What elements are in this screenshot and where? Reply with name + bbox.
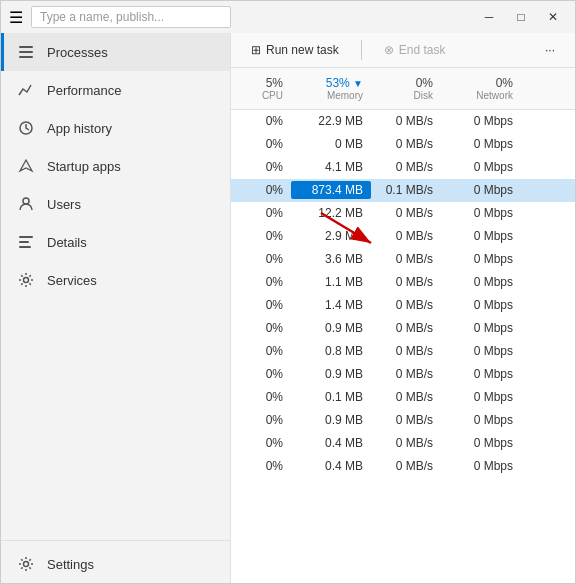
cell-network-2: 0 Mbps [441,158,521,176]
sidebar-label-details: Details [47,235,87,250]
cell-disk-10: 0 MB/s [371,342,441,360]
app-history-icon [17,119,35,137]
sidebar-label-startup-apps: Startup apps [47,159,121,174]
table-row[interactable]: 0% 873.4 MB 0.1 MB/s 0 Mbps [231,179,575,202]
cell-network-3: 0 Mbps [441,181,521,199]
col-header-memory[interactable]: 53% ▼ Memory [291,72,371,105]
table-row[interactable]: 0% 0.9 MB 0 MB/s 0 Mbps [231,363,575,386]
cell-cpu-7: 0% [231,273,291,291]
content-area: ⊞ Run new task ⊗ End task ··· 5% CPU 53%… [231,33,575,583]
table-row[interactable]: 0% 0 MB 0 MB/s 0 Mbps [231,133,575,156]
svg-rect-7 [19,246,31,248]
table-row[interactable]: 0% 1.1 MB 0 MB/s 0 Mbps [231,271,575,294]
cell-cpu-6: 0% [231,250,291,268]
col-header-disk[interactable]: 0% Disk [371,72,441,105]
close-button[interactable]: ✕ [539,7,567,27]
cell-cpu-10: 0% [231,342,291,360]
end-task-label: End task [399,43,446,57]
col-sub-memory: Memory [299,90,363,101]
cell-memory-11: 0.9 MB [291,365,371,383]
svg-rect-2 [19,56,33,58]
table-row[interactable]: 0% 12.2 MB 0 MB/s 0 Mbps [231,202,575,225]
run-task-icon: ⊞ [251,43,261,57]
cell-cpu-12: 0% [231,388,291,406]
users-icon [17,195,35,213]
cell-network-7: 0 Mbps [441,273,521,291]
cell-network-5: 0 Mbps [441,227,521,245]
cell-disk-4: 0 MB/s [371,204,441,222]
cell-disk-7: 0 MB/s [371,273,441,291]
cell-network-9: 0 Mbps [441,319,521,337]
cell-cpu-0: 0% [231,112,291,130]
sidebar-label-users: Users [47,197,81,212]
cell-cpu-15: 0% [231,457,291,475]
cell-disk-9: 0 MB/s [371,319,441,337]
cell-cpu-13: 0% [231,411,291,429]
run-task-label: Run new task [266,43,339,57]
end-task-icon: ⊗ [384,43,394,57]
table-row[interactable]: 0% 0.8 MB 0 MB/s 0 Mbps [231,340,575,363]
cell-disk-14: 0 MB/s [371,434,441,452]
title-bar: ☰ Type a name, publish... ─ □ ✕ [1,1,575,33]
toolbar-separator [361,40,362,60]
sidebar-item-settings[interactable]: Settings [1,545,230,583]
cell-disk-5: 0 MB/s [371,227,441,245]
cell-network-0: 0 Mbps [441,112,521,130]
table-row[interactable]: 0% 0.1 MB 0 MB/s 0 Mbps [231,386,575,409]
table-row[interactable]: 0% 0.4 MB 0 MB/s 0 Mbps [231,455,575,478]
maximize-button[interactable]: □ [507,7,535,27]
table-row[interactable]: 0% 0.9 MB 0 MB/s 0 Mbps [231,409,575,432]
table-row[interactable]: 0% 0.4 MB 0 MB/s 0 Mbps [231,432,575,455]
minimize-button[interactable]: ─ [475,7,503,27]
col-sub-disk: Disk [379,90,433,101]
sidebar-item-users[interactable]: Users [1,185,230,223]
processes-icon [17,43,35,61]
sidebar-item-details[interactable]: Details [1,223,230,261]
sidebar-item-processes[interactable]: Processes [1,33,230,71]
cell-memory-12: 0.1 MB [291,388,371,406]
cell-disk-0: 0 MB/s [371,112,441,130]
col-pct-cpu: 5% [239,76,283,90]
title-bar-controls: ─ □ ✕ [475,7,567,27]
table-row[interactable]: 0% 3.6 MB 0 MB/s 0 Mbps [231,248,575,271]
table-row[interactable]: 0% 2.9 MB 0 MB/s 0 Mbps [231,225,575,248]
title-bar-left: ☰ Type a name, publish... [9,6,231,28]
cell-network-13: 0 Mbps [441,411,521,429]
cell-cpu-9: 0% [231,319,291,337]
sidebar-item-app-history[interactable]: App history [1,109,230,147]
table-row[interactable]: 0% 1.4 MB 0 MB/s 0 Mbps [231,294,575,317]
cell-disk-1: 0 MB/s [371,135,441,153]
table-row[interactable]: 0% 4.1 MB 0 MB/s 0 Mbps [231,156,575,179]
run-new-task-button[interactable]: ⊞ Run new task [241,39,349,61]
sidebar-item-performance[interactable]: Performance [1,71,230,109]
table-body[interactable]: 0% 22.9 MB 0 MB/s 0 Mbps 0% 0 MB 0 MB/s … [231,110,575,583]
cell-network-6: 0 Mbps [441,250,521,268]
cell-memory-5: 2.9 MB [291,227,371,245]
startup-apps-icon [17,157,35,175]
settings-icon [17,555,35,573]
search-input[interactable]: Type a name, publish... [31,6,231,28]
table-header: 5% CPU 53% ▼ Memory 0% Disk 0% Network [231,68,575,110]
cell-cpu-1: 0% [231,135,291,153]
services-icon [17,271,35,289]
performance-icon [17,81,35,99]
more-options-button[interactable]: ··· [535,39,565,61]
sidebar-divider [1,540,230,541]
cell-cpu-14: 0% [231,434,291,452]
svg-point-4 [23,198,29,204]
cell-memory-1: 0 MB [291,135,371,153]
hamburger-icon[interactable]: ☰ [9,8,23,27]
col-sub-cpu: CPU [239,90,283,101]
col-pct-disk: 0% [379,76,433,90]
sidebar-item-startup-apps[interactable]: Startup apps [1,147,230,185]
sidebar-item-services[interactable]: Services [1,261,230,299]
svg-rect-5 [19,236,33,238]
cell-memory-10: 0.8 MB [291,342,371,360]
table-row[interactable]: 0% 22.9 MB 0 MB/s 0 Mbps [231,110,575,133]
table-row[interactable]: 0% 0.9 MB 0 MB/s 0 Mbps [231,317,575,340]
cell-network-11: 0 Mbps [441,365,521,383]
cell-cpu-2: 0% [231,158,291,176]
col-header-network[interactable]: 0% Network [441,72,521,105]
end-task-button[interactable]: ⊗ End task [374,39,456,61]
col-header-cpu[interactable]: 5% CPU [231,72,291,105]
